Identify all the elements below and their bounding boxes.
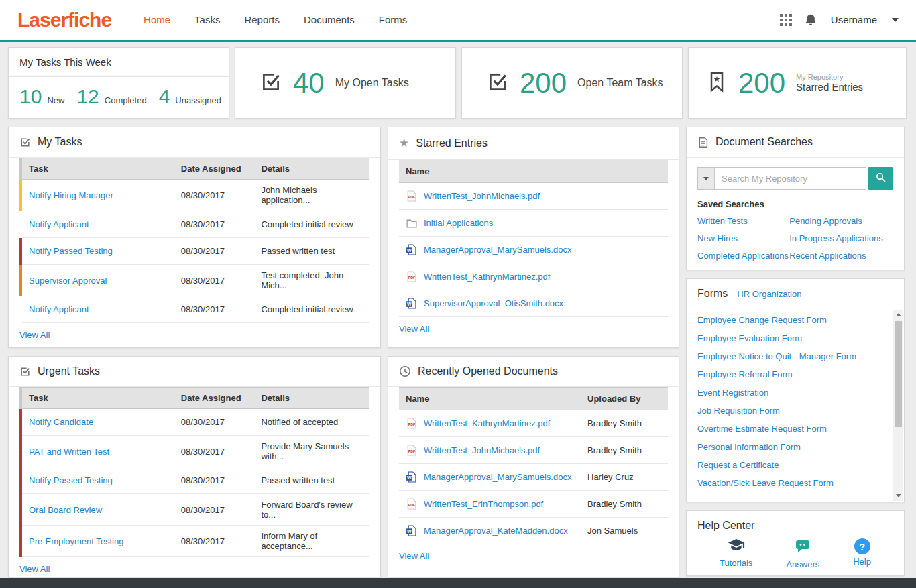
saved-search-link[interactable]: Recent Applications [789,251,893,261]
view-all-link[interactable]: View All [19,564,50,574]
form-link[interactable]: Personal Information Form [697,438,886,456]
document-link[interactable]: WrittenTest_JohnMichaels.pdf [424,445,540,455]
starred-entries-card[interactable]: 200 My Repository Starred Entries [688,47,907,119]
starred-entries-label: Starred Entries [796,81,863,93]
scrollbar-track[interactable] [893,320,903,491]
notifications-bell-icon[interactable] [804,13,817,27]
table-row: Notify Applicant 08/30/2017 Completed in… [21,296,369,323]
task-details: Passed written test [254,238,369,265]
saved-search-link[interactable]: Pending Approvals [789,216,893,226]
form-link[interactable]: Event Registration [697,384,886,402]
form-link[interactable]: Request a Certificate [697,456,886,474]
column-header-details: Details [254,158,369,180]
unassigned-tasks-label: Unassigned [175,95,221,105]
form-link[interactable]: Employee Evaluation Form [697,329,886,347]
primary-nav: Home Tasks Reports Documents Forms [144,14,407,25]
form-link[interactable]: Employee Change Request Form [697,311,886,329]
task-date: 08/30/2017 [174,180,255,211]
form-link[interactable]: Overtime Estimate Request Form [697,420,886,438]
pdf-file-icon: PDF [406,190,417,202]
task-details: Test completed: John Mich... [254,265,369,296]
view-all-link[interactable]: View All [19,330,50,340]
list-item: PDF WrittenTest_KathrynMartinez.pdf Brad… [399,410,668,437]
scroll-down-arrow[interactable] [893,491,903,501]
task-link[interactable]: PAT and Written Test [29,447,109,457]
form-link[interactable]: Job Requisition Form [697,402,886,420]
nav-item-documents[interactable]: Documents [304,14,355,25]
list-item: Initial Applications [399,210,668,237]
nav-item-forms[interactable]: Forms [379,14,408,25]
word-file-icon: W [406,525,417,536]
document-link[interactable]: ManagerApproval_MarySamuels.docx [424,472,571,482]
view-all-link[interactable]: View All [399,324,429,334]
task-date: 08/30/2017 [174,494,255,526]
chevron-down-icon[interactable] [892,18,899,22]
task-link[interactable]: Pre-Employment Testing [29,536,123,546]
starred-entries-count: 200 [738,67,785,99]
urgent-tasks-table: Task Date Assigned Details Notify Candid… [19,387,369,557]
saved-search-link[interactable]: Completed Applications [697,251,789,261]
scrollbar-thumb[interactable] [895,321,902,427]
search-button[interactable] [868,167,893,190]
my-open-tasks-card[interactable]: 40 My Open Tasks [235,47,456,119]
task-link[interactable]: Notify Hiring Manager [29,190,113,200]
column-header-task: Task [21,388,174,409]
task-link[interactable]: Oral Board Review [29,505,102,515]
open-team-tasks-card[interactable]: 200 Open Team Tasks [461,47,683,119]
document-link[interactable]: ManagerApproval_KateMadden.docx [424,526,568,536]
help-center-card: Help Center Tutorials Answers [686,510,905,576]
list-item: W ManagerApproval_MarySamuels.docx [399,237,668,263]
entry-link[interactable]: WrittenTest_KathrynMartinez.pdf [424,272,550,282]
urgent-tasks-card: Urgent Tasks Task Date Assigned Details … [8,356,381,577]
task-date: 08/30/2017 [174,467,255,494]
answers-button[interactable]: Answers [786,538,819,569]
table-row: Notify Candidate 08/30/2017 Notified of … [21,409,369,436]
my-tasks-card: My Tasks Task Date Assigned Details Noti… [8,127,381,348]
forms-scrollbar[interactable] [893,310,903,501]
task-priority-cell: Oral Board Review [21,494,174,526]
task-link[interactable]: Supervisor Approval [29,276,107,286]
task-link[interactable]: Notify Applicant [29,219,89,229]
pdf-file-icon: PDF [406,271,417,282]
task-link[interactable]: Notify Passed Testing [29,246,113,256]
scroll-up-arrow[interactable] [893,310,903,320]
nav-item-tasks[interactable]: Tasks [194,14,220,25]
nav-item-reports[interactable]: Reports [244,14,280,25]
help-button[interactable]: ? Help [853,538,871,569]
task-details: Inform Mary of acceptance... [254,526,369,557]
entry-link[interactable]: Initial Applications [424,218,493,228]
table-row: Notify Applicant 08/30/2017 Completed in… [21,211,369,238]
svg-text:PDF: PDF [408,449,416,453]
laserfiche-logo: Laserfiche [17,9,111,32]
form-link[interactable]: Employee Referral Form [697,365,886,384]
completed-tasks-count: 12 [76,85,99,108]
task-date: 08/30/2017 [174,526,255,557]
apps-grid-icon[interactable] [780,14,792,26]
saved-search-link[interactable]: Written Tests [697,216,789,226]
task-link[interactable]: Notify Applicant [29,304,89,314]
uploaded-by: Bradley Smith [587,418,661,428]
task-link[interactable]: Notify Passed Testing [29,475,113,485]
username-menu[interactable]: Username [831,14,877,25]
forms-organization-label[interactable]: HR Organization [737,289,801,299]
footer-bar [0,578,916,588]
form-link[interactable]: Vacation/Sick Leave Request Form [697,474,886,492]
card-title: Starred Entries [416,137,488,150]
nav-item-home[interactable]: Home [144,14,170,25]
task-date: 08/30/2017 [174,211,255,238]
form-link[interactable]: Employee Notice to Quit - Manager Form [697,347,886,365]
task-link[interactable]: Notify Candidate [29,417,93,427]
document-link[interactable]: WrittenTest_KathrynMartinez.pdf [424,418,550,428]
view-all-link[interactable]: View All [399,551,429,561]
search-input[interactable] [715,167,866,190]
saved-search-link[interactable]: In Progress Applications [789,233,893,243]
search-options-dropdown[interactable] [697,167,715,190]
entry-link[interactable]: SupervisorApproval_OtisSmith.docx [424,298,563,308]
document-link[interactable]: WrittenTest_ErinThompson.pdf [424,499,543,509]
tutorials-button[interactable]: Tutorials [720,538,752,569]
entry-link[interactable]: ManagerApproval_MarySamuels.docx [424,245,571,255]
saved-search-link[interactable]: New Hires [697,233,789,243]
entry-link[interactable]: WrittenTest_JohnMichaels.pdf [424,191,540,201]
forms-list: Employee Change Request Form Employee Ev… [687,308,904,492]
word-file-icon: W [406,298,417,309]
